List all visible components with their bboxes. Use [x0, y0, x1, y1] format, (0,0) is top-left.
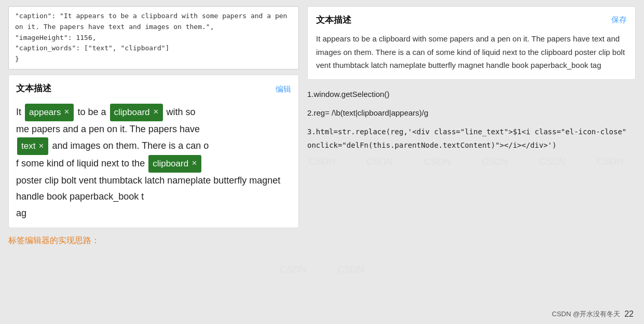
text-word-it: It — [16, 107, 24, 117]
step-1: 1.window.getSelection() — [307, 87, 636, 102]
save-button[interactable]: 保存 — [611, 15, 627, 25]
text-line4-before: f some kind of liquid next to the — [16, 158, 147, 168]
code-steps: 1.window.getSelection() 2.reg= /\b(text|… — [307, 87, 636, 157]
csdn-label: CSDN @开水没有冬天 — [552, 309, 621, 319]
card-title-right: 文本描述 — [316, 14, 351, 26]
main-layout: "caption": "It appears to be a clipboard… — [0, 0, 644, 252]
json-line-1: "caption": "It appears to be a clipboard… — [15, 11, 292, 33]
tag-clipboard-1-label: clipboard — [114, 105, 150, 120]
close-clipboard-2-icon[interactable]: ✕ — [191, 158, 197, 170]
step-3: 3.html=str.replace(reg,'<div class="line… — [307, 125, 636, 152]
tag-clipboard-1[interactable]: clipboard ✕ — [110, 104, 163, 121]
text-line6: ag — [16, 208, 26, 218]
text-with-so: with so — [167, 107, 196, 117]
text-card-left: 文本描述 编辑 It appears ✕ to be a clipboard ✕… — [8, 75, 299, 228]
page-number: 22 — [624, 309, 634, 319]
tag-editor-note: 标签编辑器的实现思路： — [8, 235, 299, 246]
tag-text-label: text — [21, 138, 35, 154]
card-header-left: 文本描述 编辑 — [16, 81, 291, 96]
right-card-content: It appears to be a clipboard with some p… — [316, 32, 627, 72]
bottom-info: CSDN @开水没有冬天 22 — [552, 309, 634, 319]
json-code-box: "caption": "It appears to be a clipboard… — [8, 6, 299, 69]
text-to-be-a: to be a — [77, 107, 108, 117]
edit-button[interactable]: 编辑 — [276, 82, 291, 96]
step-2: 2.reg= /\b(text|clipboard|appears)/g — [307, 106, 636, 121]
tag-clipboard-2[interactable]: clipboard ✕ — [148, 155, 201, 173]
text-line5: poster clip bolt vent thumbtack latch na… — [16, 175, 280, 202]
close-clipboard-1-icon[interactable]: ✕ — [153, 106, 159, 118]
close-text-icon[interactable]: ✕ — [38, 140, 44, 152]
tag-appears[interactable]: appears ✕ — [25, 104, 74, 121]
close-appears-icon[interactable]: ✕ — [64, 106, 70, 118]
text-body-left: It appears ✕ to be a clipboard ✕ with so… — [16, 104, 291, 221]
text-line2: me papers and a pen on it. The papers ha… — [16, 124, 200, 134]
tag-clipboard-2-label: clipboard — [153, 156, 188, 172]
card-title-left: 文本描述 — [16, 81, 51, 96]
left-column: "caption": "It appears to be a clipboard… — [8, 6, 299, 246]
right-column: 文本描述 保存 It appears to be a clipboard wit… — [307, 6, 636, 246]
card-header-right: 文本描述 保存 — [316, 14, 627, 26]
tag-appears-label: appears — [29, 105, 61, 120]
text-card-right: 文本描述 保存 It appears to be a clipboard wit… — [307, 6, 636, 80]
tag-text[interactable]: text ✕ — [17, 137, 48, 155]
json-line-2: "imageHeight": 1156, — [15, 33, 292, 44]
json-line-4: } — [15, 54, 292, 65]
text-line3-after: and images on them. There is a can o — [52, 140, 209, 151]
json-line-3: "caption_words": ["text", "clipboard"] — [15, 43, 292, 54]
